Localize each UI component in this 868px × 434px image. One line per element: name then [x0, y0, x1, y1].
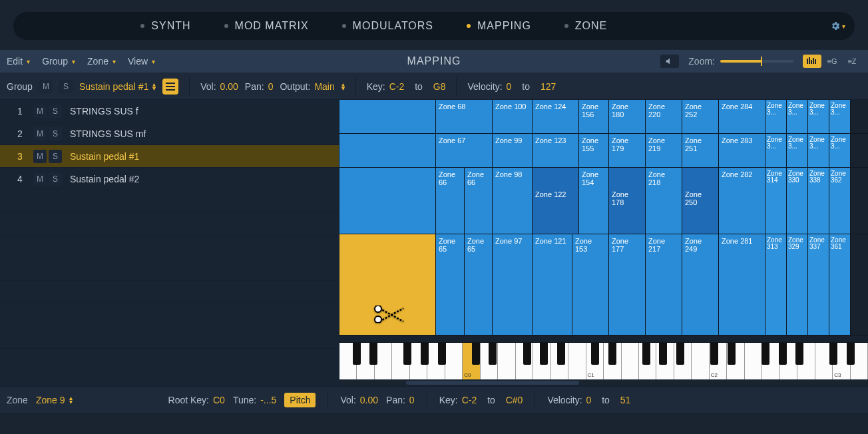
black-key[interactable]: [728, 343, 736, 365]
solo-button[interactable]: S: [49, 105, 62, 118]
white-key[interactable]: [445, 343, 463, 379]
black-key[interactable]: [353, 343, 361, 365]
mute-button[interactable]: M: [33, 127, 47, 140]
black-key[interactable]: [829, 343, 837, 365]
view-mode-group[interactable]: ≡G: [823, 55, 841, 68]
zone-cell[interactable]: Zone 282: [719, 168, 765, 234]
black-key[interactable]: [591, 343, 599, 365]
zone-cell[interactable]: Zone 180: [609, 100, 646, 133]
black-key[interactable]: [489, 343, 497, 365]
piano-keyboard[interactable]: C0C1C2C3: [339, 342, 868, 379]
tab-mapping[interactable]: MAPPING: [467, 20, 531, 32]
zone-cell[interactable]: Zone 3...: [829, 134, 851, 167]
list-item[interactable]: 4 MS Sustain pedal #2: [0, 168, 339, 190]
zone-cell[interactable]: Zone 124: [533, 100, 579, 133]
zone-cell[interactable]: Zone 361: [829, 234, 851, 335]
zoom-slider[interactable]: [720, 60, 793, 63]
zone-cell[interactable]: Zone 66: [465, 168, 493, 234]
menu-group[interactable]: Group▾: [42, 56, 75, 67]
zone-cell[interactable]: Zone 68: [436, 100, 493, 133]
zone-cell-selected[interactable]: [339, 234, 436, 335]
black-key[interactable]: [403, 343, 411, 365]
zone-cell[interactable]: Zone 123: [533, 134, 579, 167]
mute-button[interactable]: M: [33, 105, 47, 118]
white-key[interactable]: [745, 343, 762, 379]
zone-cell[interactable]: Zone 122: [533, 168, 579, 234]
zone-cell[interactable]: Zone 284: [719, 100, 765, 133]
black-key[interactable]: [676, 343, 684, 365]
black-key[interactable]: [795, 343, 803, 365]
horizontal-scrollbar[interactable]: [339, 379, 868, 386]
group-list-toggle[interactable]: [162, 79, 178, 95]
zone-cell[interactable]: Zone 3...: [787, 100, 808, 133]
tab-zone[interactable]: ZONE: [564, 20, 607, 32]
zone-cell[interactable]: Zone 153: [572, 234, 609, 335]
zone-cell[interactable]: Zone 3...: [765, 100, 787, 133]
zone-cell[interactable]: Zone 218: [646, 168, 682, 234]
zone-cell[interactable]: Zone 3...: [829, 100, 851, 133]
solo-button[interactable]: S: [49, 172, 62, 186]
black-key[interactable]: [472, 343, 480, 365]
zone-cell[interactable]: Zone 337: [808, 234, 829, 335]
zone-cell[interactable]: Zone 66: [436, 168, 465, 234]
zone-root-key[interactable]: Root Key:C0: [168, 395, 225, 405]
menu-zone[interactable]: Zone▾: [87, 56, 116, 67]
black-key[interactable]: [540, 343, 548, 365]
zone-cell[interactable]: Zone 178: [609, 168, 646, 234]
black-key[interactable]: [523, 343, 531, 365]
white-key[interactable]: [692, 343, 709, 379]
menu-edit[interactable]: Edit▾: [7, 56, 30, 67]
solo-button[interactable]: S: [49, 127, 62, 140]
tab-modulators[interactable]: MODULATORS: [342, 20, 433, 32]
zone-cell[interactable]: [339, 134, 436, 167]
zone-cell[interactable]: Zone 283: [719, 134, 765, 167]
zone-cell[interactable]: Zone 65: [436, 234, 465, 335]
zone-cell[interactable]: Zone 67: [436, 134, 493, 167]
zone-key-range[interactable]: Key:C-2 to C#0: [439, 395, 523, 405]
pitch-toggle[interactable]: Pitch: [284, 393, 316, 407]
group-solo[interactable]: S: [59, 80, 73, 93]
group-selector[interactable]: Sustain pedal #1 ▴▾: [79, 81, 156, 92]
group-key-range[interactable]: Key:C-2 to G8: [367, 81, 446, 92]
zone-cell[interactable]: Zone 3...: [808, 100, 829, 133]
zone-cell[interactable]: Zone 100: [493, 100, 533, 133]
zone-cell[interactable]: Zone 177: [609, 234, 646, 335]
mute-button[interactable]: M: [33, 172, 47, 186]
zone-cell[interactable]: Zone 249: [682, 234, 719, 335]
list-item[interactable]: 1 MS STRINGS SUS f: [0, 100, 339, 122]
zone-cell[interactable]: Zone 329: [787, 234, 808, 335]
zone-cell[interactable]: Zone 3...: [787, 134, 808, 167]
zone-vol[interactable]: Vol:0.00: [340, 395, 378, 405]
zone-cell[interactable]: Zone 313: [765, 234, 787, 335]
zone-cell[interactable]: Zone 65: [465, 234, 493, 335]
zone-cell[interactable]: Zone 99: [493, 134, 533, 167]
zone-cell[interactable]: Zone 3...: [765, 134, 787, 167]
zone-cell[interactable]: Zone 217: [646, 234, 682, 335]
black-key[interactable]: [557, 343, 565, 365]
zone-cell[interactable]: Zone 281: [719, 234, 765, 335]
audition-toggle[interactable]: [660, 55, 679, 68]
group-pan[interactable]: Pan:0: [245, 81, 274, 92]
zone-cell[interactable]: Zone 314: [765, 168, 787, 234]
zone-selector[interactable]: Zone 9 ▴▾: [36, 395, 73, 405]
group-mute[interactable]: M: [39, 80, 53, 93]
black-key[interactable]: [659, 343, 667, 365]
zone-vel-range[interactable]: Velocity:0 to 51: [547, 395, 630, 405]
view-mode-zones[interactable]: [803, 55, 821, 68]
list-item[interactable]: 2 MS STRINGS SUS mf: [0, 122, 339, 145]
zone-cell[interactable]: Zone 156: [579, 100, 609, 133]
zone-cell[interactable]: Zone 251: [682, 134, 719, 167]
zone-cell[interactable]: Zone 252: [682, 100, 719, 133]
black-key[interactable]: [779, 343, 787, 365]
tab-mod-matrix[interactable]: MOD MATRIX: [224, 20, 309, 32]
black-key[interactable]: [438, 343, 446, 365]
black-key[interactable]: [421, 343, 429, 365]
white-key[interactable]: [568, 343, 586, 379]
zone-cell[interactable]: Zone 97: [493, 234, 533, 335]
settings-menu[interactable]: ▾: [830, 21, 845, 31]
zone-cell[interactable]: Zone 121: [533, 234, 572, 335]
group-vol[interactable]: Vol:0.00: [200, 81, 238, 92]
zone-cell[interactable]: Zone 98: [493, 168, 533, 234]
list-item[interactable]: 3 MS Sustain pedal #1: [0, 145, 339, 168]
group-output[interactable]: Output:Main▴▾: [280, 81, 344, 92]
